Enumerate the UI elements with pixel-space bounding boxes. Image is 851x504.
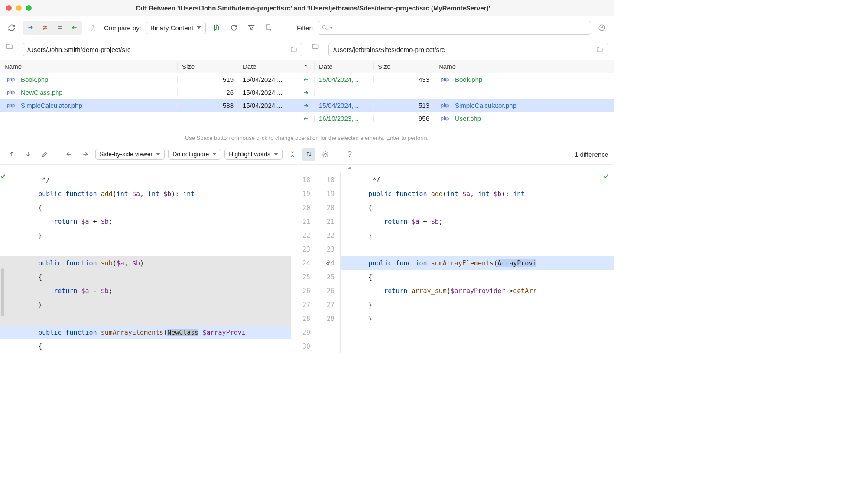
- cycle-icon[interactable]: [227, 21, 240, 34]
- code-line[interactable]: [10, 242, 291, 256]
- minimize-window-button[interactable]: [16, 5, 22, 11]
- collapse-icon[interactable]: [286, 148, 299, 161]
- merge-icon[interactable]: [87, 21, 100, 34]
- code-line[interactable]: */: [341, 173, 603, 187]
- ignore-mode-select[interactable]: Do not ignore: [168, 149, 221, 160]
- code-line[interactable]: public function sumArrayElements(NewClas…: [10, 326, 291, 339]
- code-line[interactable]: }: [341, 229, 603, 242]
- code-line[interactable]: }: [341, 298, 603, 312]
- code-line[interactable]: public function add(int $a, int $b): int: [341, 187, 603, 201]
- sync-scroll-icon[interactable]: [302, 148, 315, 161]
- compare-by-select[interactable]: Binary Content: [146, 22, 206, 34]
- col-date2[interactable]: Date: [315, 63, 374, 70]
- copy-right-icon[interactable]: [23, 22, 37, 34]
- help2-icon[interactable]: ?: [343, 148, 356, 161]
- col-size2[interactable]: Size: [374, 63, 434, 70]
- code-line[interactable]: public function sub($a, $b): [10, 256, 291, 270]
- line-number-left: 23: [291, 242, 315, 256]
- code-line[interactable]: {: [10, 201, 291, 215]
- compare-by-label: Compare by:: [104, 24, 141, 32]
- line-number-right: 24«: [315, 256, 340, 270]
- code-line[interactable]: [341, 326, 603, 339]
- gutter-status: [603, 229, 614, 242]
- code-line[interactable]: {: [10, 339, 291, 353]
- table-row[interactable]: phpBook.php 519 15/04/2024,... 15/04/202…: [0, 73, 614, 86]
- readonly-indicator: [0, 165, 614, 173]
- code-diff-area: */ public function add(int $a, int $b): …: [0, 173, 614, 353]
- code-line[interactable]: return $a + $b;: [341, 215, 603, 229]
- filter-input[interactable]: [332, 24, 587, 32]
- viewer-mode-select[interactable]: Side-by-side viewer: [95, 149, 165, 160]
- col-op[interactable]: *: [297, 63, 315, 70]
- php-icon: php: [438, 116, 451, 121]
- line-number-left: 21: [291, 215, 315, 229]
- line-number-left: 22: [291, 229, 315, 242]
- right-code-pane[interactable]: */ public function add(int $a, int $b): …: [341, 173, 614, 353]
- apply-left-icon[interactable]: «: [326, 256, 330, 270]
- help-icon[interactable]: [595, 21, 608, 34]
- line-number-right: 20: [315, 201, 340, 215]
- line-number-left: 26: [291, 284, 315, 298]
- prev-diff-icon[interactable]: [62, 148, 75, 161]
- gutter-status: [0, 256, 10, 270]
- next-file-icon[interactable]: [22, 148, 35, 161]
- file-name: SimpleCalculator.php: [455, 102, 516, 109]
- code-line[interactable]: return $a + $b;: [10, 215, 291, 229]
- op-arrow[interactable]: [297, 90, 315, 96]
- gutter-status: [603, 187, 614, 201]
- equal-icon[interactable]: [53, 22, 67, 34]
- gutter-status: [603, 284, 614, 298]
- table-row[interactable]: phpSimpleCalculator.php 588 15/04/2024,.…: [0, 99, 614, 112]
- table-row[interactable]: 16/10/2023,... 956 phpUser.php: [0, 112, 614, 125]
- col-name[interactable]: Name: [0, 63, 178, 70]
- code-line[interactable]: return $a - $b;: [10, 284, 291, 298]
- maximize-window-button[interactable]: [26, 5, 32, 11]
- col-size[interactable]: Size: [178, 63, 238, 70]
- filter-icon[interactable]: [245, 21, 258, 34]
- op-arrow[interactable]: [297, 103, 315, 109]
- col-name2[interactable]: Name: [434, 63, 614, 70]
- copy-left-icon[interactable]: [68, 22, 81, 34]
- code-line[interactable]: return array_sum($arrayProvider->getArr: [341, 284, 603, 298]
- code-line[interactable]: }: [10, 229, 291, 242]
- col-date[interactable]: Date: [238, 63, 297, 70]
- prev-file-icon[interactable]: [5, 148, 18, 161]
- code-line[interactable]: [341, 339, 603, 353]
- left-path-field[interactable]: /Users/John.Smith/demo-project/src: [23, 43, 302, 56]
- code-line[interactable]: }: [10, 298, 291, 312]
- sync-all-icon[interactable]: [210, 21, 223, 34]
- op-arrow[interactable]: [297, 116, 315, 122]
- left-code-pane[interactable]: */ public function add(int $a, int $b): …: [0, 173, 291, 353]
- code-line[interactable]: [10, 312, 291, 326]
- add-file-icon[interactable]: [262, 21, 275, 34]
- code-line[interactable]: {: [341, 270, 603, 284]
- line-number-right: 28: [315, 312, 340, 326]
- code-line[interactable]: */: [10, 173, 291, 187]
- not-equal-icon[interactable]: [38, 22, 52, 34]
- php-icon: php: [4, 77, 17, 82]
- code-line[interactable]: public function sumArrayElements(ArrayPr…: [341, 256, 603, 270]
- next-diff-icon[interactable]: [79, 148, 92, 161]
- diff-toolbar: Side-by-side viewer Do not ignore Highli…: [0, 144, 614, 165]
- code-line[interactable]: {: [10, 270, 291, 284]
- edit-icon[interactable]: [38, 148, 51, 161]
- code-line[interactable]: {: [341, 201, 603, 215]
- browse-icon[interactable]: [596, 46, 604, 53]
- refresh-icon[interactable]: [5, 21, 18, 34]
- highlight-mode-select[interactable]: Highlight words: [224, 149, 283, 160]
- close-window-button[interactable]: [6, 5, 12, 11]
- right-path-field[interactable]: /Users/jetbrains/Sites/demo-project/src: [328, 43, 608, 56]
- op-arrow[interactable]: [297, 77, 315, 83]
- code-line[interactable]: public function add(int $a, int $b): int: [10, 187, 291, 201]
- code-line[interactable]: }: [341, 312, 603, 326]
- file-date: 15/04/2024,...: [315, 102, 374, 109]
- browse-icon[interactable]: [290, 46, 298, 53]
- table-row[interactable]: phpNewClass.php 26 15/04/2024,...: [0, 86, 614, 99]
- file-size: 588: [178, 102, 238, 109]
- php-icon: php: [4, 103, 17, 108]
- code-line[interactable]: [341, 242, 603, 256]
- scrollbar-left[interactable]: [1, 268, 4, 316]
- gutter-status: [603, 242, 614, 256]
- line-number-left: 30: [291, 339, 315, 353]
- settings-icon[interactable]: [319, 148, 332, 161]
